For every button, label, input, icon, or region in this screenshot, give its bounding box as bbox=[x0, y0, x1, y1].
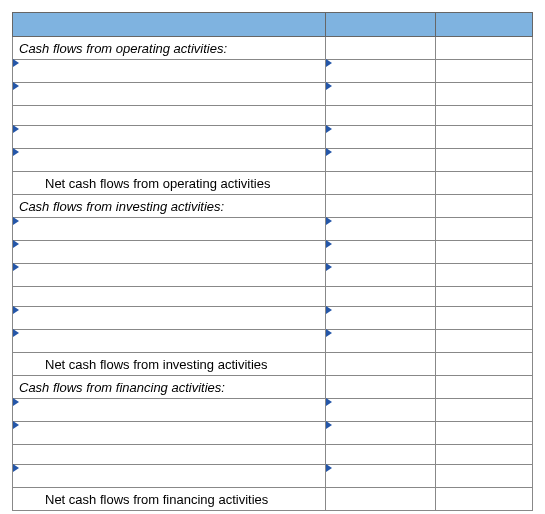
input-flag-icon bbox=[13, 59, 19, 67]
investing-desc-1[interactable] bbox=[13, 241, 326, 264]
financing-val-0[interactable] bbox=[326, 399, 436, 422]
investing-val-0[interactable] bbox=[326, 218, 436, 241]
financing-desc-input-1[interactable] bbox=[13, 422, 325, 444]
input-flag-icon bbox=[326, 59, 332, 67]
investing-val-input-4[interactable] bbox=[326, 330, 435, 352]
input-row bbox=[13, 465, 533, 488]
operating-val-1[interactable] bbox=[326, 83, 436, 106]
financing-desc-input-2[interactable] bbox=[13, 465, 325, 487]
investing-val-input-2[interactable] bbox=[326, 264, 435, 286]
financing-desc-1[interactable] bbox=[13, 422, 326, 445]
input-row bbox=[13, 330, 533, 353]
operating-val-input-2[interactable] bbox=[326, 126, 435, 148]
input-row bbox=[13, 422, 533, 445]
input-flag-icon bbox=[13, 398, 19, 406]
input-flag-icon bbox=[13, 464, 19, 472]
operating-val-input-0[interactable] bbox=[326, 60, 435, 82]
input-row bbox=[13, 399, 533, 422]
input-flag-icon bbox=[326, 240, 332, 248]
section-title-row: Cash flows from investing activities: bbox=[13, 195, 533, 218]
cash-flow-statement-table: Cash flows from operating activities: Ne… bbox=[12, 12, 533, 511]
input-flag-icon bbox=[13, 329, 19, 337]
input-flag-icon bbox=[326, 464, 332, 472]
investing-subtotal-value bbox=[436, 353, 533, 376]
financing-desc-2[interactable] bbox=[13, 465, 326, 488]
gap-row bbox=[13, 287, 533, 307]
input-flag-icon bbox=[13, 306, 19, 314]
investing-title: Cash flows from investing activities: bbox=[13, 195, 326, 218]
investing-subtotal-label: Net cash flows from investing activities bbox=[13, 353, 326, 376]
investing-val-input-0[interactable] bbox=[326, 218, 435, 240]
financing-val-input-2[interactable] bbox=[326, 465, 435, 487]
investing-val-1[interactable] bbox=[326, 241, 436, 264]
input-row bbox=[13, 241, 533, 264]
input-flag-icon bbox=[326, 398, 332, 406]
operating-desc-input-0[interactable] bbox=[13, 60, 325, 82]
table-header-row bbox=[13, 13, 533, 37]
operating-subtotal-value bbox=[436, 172, 533, 195]
operating-val-3[interactable] bbox=[326, 149, 436, 172]
financing-subtotal-value bbox=[436, 488, 533, 511]
input-row bbox=[13, 218, 533, 241]
input-row bbox=[13, 60, 533, 83]
input-row bbox=[13, 83, 533, 106]
investing-desc-3[interactable] bbox=[13, 307, 326, 330]
input-flag-icon bbox=[13, 82, 19, 90]
input-flag-icon bbox=[326, 306, 332, 314]
financing-val-2[interactable] bbox=[326, 465, 436, 488]
investing-desc-input-1[interactable] bbox=[13, 241, 325, 263]
subtotal-row: Net cash flows from operating activities bbox=[13, 172, 533, 195]
input-row bbox=[13, 149, 533, 172]
operating-desc-input-2[interactable] bbox=[13, 126, 325, 148]
input-flag-icon bbox=[13, 240, 19, 248]
input-flag-icon bbox=[326, 82, 332, 90]
investing-val-input-1[interactable] bbox=[326, 241, 435, 263]
investing-desc-input-3[interactable] bbox=[13, 307, 325, 329]
operating-desc-input-3[interactable] bbox=[13, 149, 325, 171]
input-flag-icon bbox=[326, 217, 332, 225]
financing-val-1[interactable] bbox=[326, 422, 436, 445]
financing-desc-0[interactable] bbox=[13, 399, 326, 422]
financing-val-input-1[interactable] bbox=[326, 422, 435, 444]
operating-val-input-1[interactable] bbox=[326, 83, 435, 105]
operating-desc-3[interactable] bbox=[13, 149, 326, 172]
financing-subtotal-label: Net cash flows from financing activities bbox=[13, 488, 326, 511]
input-row bbox=[13, 307, 533, 330]
subtotal-row: Net cash flows from investing activities bbox=[13, 353, 533, 376]
input-row bbox=[13, 264, 533, 287]
financing-title: Cash flows from financing activities: bbox=[13, 376, 326, 399]
investing-val-2[interactable] bbox=[326, 264, 436, 287]
investing-val-3[interactable] bbox=[326, 307, 436, 330]
investing-desc-input-0[interactable] bbox=[13, 218, 325, 240]
section-title-row: Cash flows from operating activities: bbox=[13, 37, 533, 60]
input-flag-icon bbox=[326, 421, 332, 429]
input-flag-icon bbox=[13, 421, 19, 429]
gap-row bbox=[13, 106, 533, 126]
financing-val-input-0[interactable] bbox=[326, 399, 435, 421]
operating-val-2[interactable] bbox=[326, 126, 436, 149]
operating-val-input-3[interactable] bbox=[326, 149, 435, 171]
operating-title: Cash flows from operating activities: bbox=[13, 37, 326, 60]
investing-desc-0[interactable] bbox=[13, 218, 326, 241]
investing-val-4[interactable] bbox=[326, 330, 436, 353]
operating-desc-0[interactable] bbox=[13, 60, 326, 83]
input-flag-icon bbox=[326, 329, 332, 337]
input-flag-icon bbox=[13, 125, 19, 133]
gap-row bbox=[13, 445, 533, 465]
operating-desc-1[interactable] bbox=[13, 83, 326, 106]
investing-desc-4[interactable] bbox=[13, 330, 326, 353]
operating-desc-input-1[interactable] bbox=[13, 83, 325, 105]
investing-desc-input-2[interactable] bbox=[13, 264, 325, 286]
operating-val-0[interactable] bbox=[326, 60, 436, 83]
investing-desc-2[interactable] bbox=[13, 264, 326, 287]
input-row bbox=[13, 126, 533, 149]
input-flag-icon bbox=[326, 125, 332, 133]
input-flag-icon bbox=[13, 217, 19, 225]
operating-desc-2[interactable] bbox=[13, 126, 326, 149]
subtotal-row: Net cash flows from financing activities bbox=[13, 488, 533, 511]
investing-desc-input-4[interactable] bbox=[13, 330, 325, 352]
financing-desc-input-0[interactable] bbox=[13, 399, 325, 421]
operating-subtotal-label: Net cash flows from operating activities bbox=[13, 172, 326, 195]
section-title-row: Cash flows from financing activities: bbox=[13, 376, 533, 399]
investing-val-input-3[interactable] bbox=[326, 307, 435, 329]
